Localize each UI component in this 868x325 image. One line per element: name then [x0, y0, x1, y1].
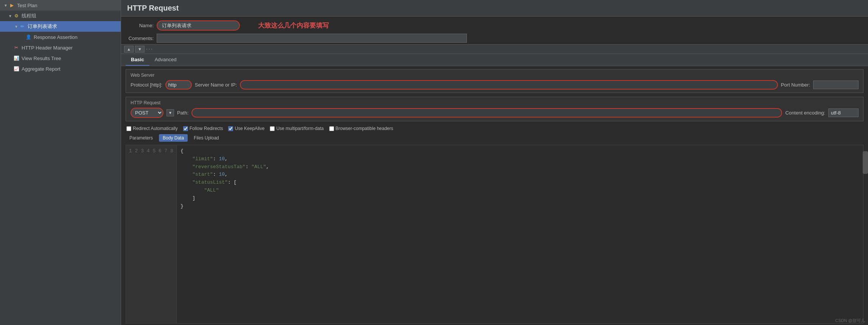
panel-title: HTTP Request	[127, 4, 179, 12]
toolbar-ellipsis: ···	[146, 46, 153, 53]
tabs-bar: Basic Advanced	[121, 54, 868, 66]
label-thread-group: 线程组	[22, 12, 36, 19]
icon-response-assertion: 👤	[25, 34, 32, 40]
label-response-assertion: Response Assertion	[34, 34, 78, 40]
keepalive-checkbox[interactable]	[228, 126, 233, 131]
checkboxes-row: Redirect Automatically Follow Redirects …	[121, 124, 868, 133]
panel-header: HTTP Request	[121, 0, 868, 17]
icon-aggregate-report: 📈	[13, 65, 20, 72]
body-tabs-bar: Parameters Body Data Files Upload	[121, 133, 868, 143]
protocol-label: Protocol [http]:	[131, 82, 162, 88]
label-view-results-tree: View Results Tree	[22, 56, 61, 61]
tab-advanced[interactable]: Advanced	[149, 54, 182, 66]
web-server-row: Protocol [http]: Server Name or IP: Port…	[131, 80, 859, 90]
toggle-order-request: ▼	[14, 25, 19, 29]
label-aggregate-report: Aggregate Report	[22, 66, 61, 72]
toolbar-down-btn[interactable]: ▼	[135, 46, 145, 53]
body-tab-parameters[interactable]: Parameters	[126, 134, 157, 142]
path-input[interactable]	[191, 108, 782, 118]
toggle-test-plan: ▼	[3, 3, 8, 8]
server-input[interactable]	[240, 80, 778, 90]
port-input[interactable]	[813, 80, 859, 89]
name-section: Name: 大致这么几个内容要填写 Comments:	[121, 17, 868, 44]
body-tab-body-data[interactable]: Body Data	[159, 134, 188, 142]
redirect-auto-checkbox[interactable]	[126, 126, 131, 131]
method-dropdown-btn[interactable]: ▼	[166, 109, 174, 116]
sidebar-item-test-plan[interactable]: ▼▶Test Plan	[0, 0, 121, 11]
code-content[interactable]: { "limit": 10, "reverseStatusTab": "ALL"…	[177, 145, 863, 323]
path-label: Path:	[177, 110, 188, 116]
label-order-request: 订单列表请求	[28, 23, 57, 30]
protocol-input[interactable]	[165, 80, 192, 90]
port-label: Port Number:	[781, 82, 810, 88]
follow-redirect-label[interactable]: Follow Redirects	[183, 126, 223, 131]
http-request-title: HTTP Request	[131, 100, 859, 105]
body-tab-files-upload[interactable]: Files Upload	[190, 134, 223, 142]
icon-thread-group: ⚙	[13, 12, 20, 19]
browser-headers-checkbox[interactable]	[329, 126, 334, 131]
comments-row: Comments:	[127, 34, 862, 43]
web-server-section: Web Server Protocol [http]: Server Name …	[126, 69, 863, 93]
watermark: CSDN @甜可儿	[835, 318, 865, 323]
sidebar-item-thread-group[interactable]: ▼⚙线程组	[0, 11, 121, 21]
sidebar-item-response-assertion[interactable]: 👤Response Assertion	[0, 32, 121, 42]
follow-redirect-checkbox[interactable]	[183, 126, 188, 131]
label-http-header-manager: HTTP Header Manager	[22, 45, 73, 51]
sidebar-item-http-header-manager[interactable]: ✂HTTP Header Manager	[0, 42, 121, 53]
method-select[interactable]: POST GET PUT DELETE	[131, 108, 163, 118]
name-input[interactable]	[157, 20, 240, 31]
http-request-section: HTTP Request POST GET PUT DELETE ▼ Path:…	[126, 97, 863, 121]
multipart-checkbox[interactable]	[270, 126, 275, 131]
icon-http-header-manager: ✂	[13, 44, 20, 51]
redirect-auto-label[interactable]: Redirect Automatically	[126, 126, 178, 131]
comments-input[interactable]	[157, 34, 467, 43]
encoding-input[interactable]	[828, 108, 859, 117]
name-label: Name:	[127, 23, 154, 28]
name-row: Name: 大致这么几个内容要填写	[127, 20, 862, 31]
line-numbers: 1 2 3 4 5 6 7 8	[126, 145, 177, 323]
icon-test-plan: ▶	[8, 2, 15, 9]
tab-basic[interactable]: Basic	[126, 54, 149, 66]
code-editor: 1 2 3 4 5 6 7 8 { "limit": 10, "reverseS…	[126, 145, 863, 323]
label-test-plan: Test Plan	[17, 3, 37, 8]
sidebar-item-aggregate-report[interactable]: 📈Aggregate Report	[0, 63, 121, 74]
http-request-row: POST GET PUT DELETE ▼ Path: Content enco…	[131, 108, 859, 118]
toggle-thread-group: ▼	[8, 14, 13, 18]
toolbar-up-btn[interactable]: ▲	[124, 46, 134, 53]
keepalive-label[interactable]: Use KeepAlive	[228, 126, 264, 131]
sidebar-item-view-results-tree[interactable]: 📊View Results Tree	[0, 53, 121, 63]
sidebar-item-order-request[interactable]: ▼✏订单列表请求	[0, 21, 121, 32]
icon-order-request: ✏	[19, 23, 26, 30]
comments-label: Comments:	[127, 36, 154, 41]
server-label: Server Name or IP:	[195, 82, 237, 88]
toolbar-strip: ▲ ▼ ···	[121, 44, 868, 54]
annotation-text: 大致这么几个内容要填写	[258, 21, 329, 30]
icon-view-results-tree: 📊	[13, 55, 20, 62]
browser-headers-label[interactable]: Browser-compatible headers	[329, 126, 394, 131]
multipart-label[interactable]: Use multipart/form-data	[270, 126, 324, 131]
encoding-label: Content encoding:	[785, 110, 825, 116]
scroll-handle[interactable]	[863, 151, 868, 174]
web-server-title: Web Server	[131, 73, 859, 78]
main-content: HTTP Request Name: 大致这么几个内容要填写 Comments:…	[121, 0, 868, 325]
sidebar: ▼▶Test Plan▼⚙线程组▼✏订单列表请求👤Response Assert…	[0, 0, 121, 325]
